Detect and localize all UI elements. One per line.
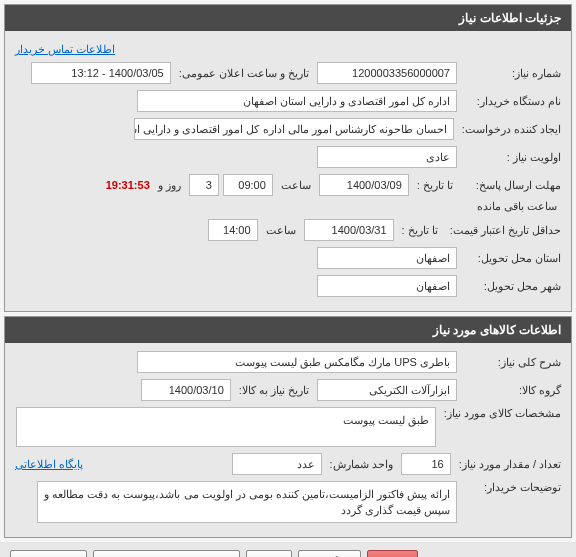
panel1-header: جزئیات اطلاعات نیاز xyxy=(5,5,571,31)
need-number-value: 1200003356000007 xyxy=(317,62,457,84)
qty-label: تعداد / مقدار مورد نیاز: xyxy=(455,458,561,471)
price-validity-to-label: تا تاریخ : xyxy=(398,224,442,237)
to-date-label: تا تاریخ : xyxy=(413,179,457,192)
item-desc-value: باطری UPS مارك مگامکس طبق لیست پیوست xyxy=(137,351,457,373)
reference-db-link[interactable]: پایگاه اطلاعاتی xyxy=(15,458,83,471)
need-date-label: تاریخ نیاز به کالا: xyxy=(235,384,313,397)
view-attachments-button[interactable]: مشاهده مدارک پیوستی (1) xyxy=(93,550,240,557)
buyer-notes-label: توضیحات خریدار: xyxy=(461,481,561,494)
delivery-city-label: شهر محل تحویل: xyxy=(461,280,561,293)
price-validity-time-value: 14:00 xyxy=(208,219,258,241)
response-deadline-label: مهلت ارسال پاسخ: xyxy=(461,179,561,192)
response-time-value: 09:00 xyxy=(223,174,273,196)
days-label: روز و xyxy=(154,179,185,192)
days-value: 3 xyxy=(189,174,219,196)
time-label-1: ساعت xyxy=(277,179,315,192)
action-bar: پاسخ به نیاز مشاهده مدارک پیوستی (1) چاپ… xyxy=(0,542,576,557)
exit-button[interactable]: خروج xyxy=(367,550,418,557)
need-number-label: شماره نیاز: xyxy=(461,67,561,80)
response-date-value: 1400/03/09 xyxy=(319,174,409,196)
price-validity-label: حداقل تاریخ اعتبار قیمت: xyxy=(446,224,561,237)
panel2-body: شرح کلی نیاز: باطری UPS مارك مگامکس طبق … xyxy=(5,343,571,537)
delivery-province-value: اصفهان xyxy=(317,247,457,269)
countdown-timer: 19:31:53 xyxy=(106,179,150,191)
delivery-city-value: اصفهان xyxy=(317,275,457,297)
unit-value: عدد xyxy=(232,453,322,475)
back-button[interactable]: بازگشت xyxy=(298,550,361,557)
qty-value: 16 xyxy=(401,453,451,475)
announce-date-value: 1400/03/05 - 13:12 xyxy=(31,62,171,84)
need-details-panel: جزئیات اطلاعات نیاز اطلاعات تماس خریدار … xyxy=(4,4,572,312)
remaining-label: ساعت باقی مانده xyxy=(473,200,561,213)
item-desc-label: شرح کلی نیاز: xyxy=(461,356,561,369)
item-spec-label: مشخصات کالای مورد نیاز: xyxy=(440,407,561,420)
panel1-body: اطلاعات تماس خریدار شماره نیاز: 12000033… xyxy=(5,31,571,311)
respond-button[interactable]: پاسخ به نیاز xyxy=(10,550,87,557)
buyer-org-label: نام دستگاه خریدار: xyxy=(461,95,561,108)
time-label-2: ساعت xyxy=(262,224,300,237)
panel2-header: اطلاعات کالاهای مورد نیاز xyxy=(5,317,571,343)
contact-buyer-link[interactable]: اطلاعات تماس خریدار xyxy=(15,43,115,55)
item-spec-value: طبق لیست پیوست xyxy=(16,407,436,447)
priority-label: اولویت نیاز : xyxy=(461,151,561,164)
print-button[interactable]: چاپ xyxy=(246,550,292,557)
creator-label: ایجاد کننده درخواست: xyxy=(458,123,561,136)
creator-value: احسان طاحونه کارشناس امور مالی اداره کل … xyxy=(134,118,454,140)
price-validity-date-value: 1400/03/31 xyxy=(304,219,394,241)
buyer-org-value: اداره کل امور اقتصادی و دارایی استان اصف… xyxy=(137,90,457,112)
delivery-province-label: استان محل تحویل: xyxy=(461,252,561,265)
item-group-value: ابزارآلات الکتریکی xyxy=(317,379,457,401)
announce-date-label: تاریخ و ساعت اعلان عمومی: xyxy=(175,67,313,80)
item-details-panel: اطلاعات کالاهای مورد نیاز شرح کلی نیاز: … xyxy=(4,316,572,538)
unit-label: واحد شمارش: xyxy=(326,458,397,471)
priority-value: عادی xyxy=(317,146,457,168)
buyer-notes-value: ارائه پیش فاکتور الزامیست،تامین کننده بو… xyxy=(37,481,457,523)
need-date-value: 1400/03/10 xyxy=(141,379,231,401)
item-group-label: گروه کالا: xyxy=(461,384,561,397)
